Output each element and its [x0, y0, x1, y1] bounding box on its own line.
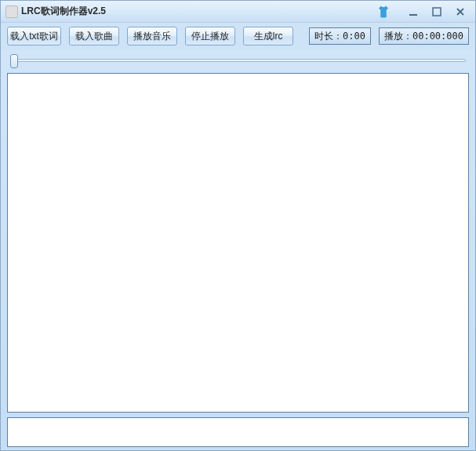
maximize-button[interactable]	[427, 5, 447, 19]
svg-rect-1	[433, 8, 441, 16]
duration-display: 时长：0:00	[309, 27, 371, 45]
content-area	[7, 73, 469, 447]
seek-slider[interactable]	[10, 53, 466, 67]
stop-button[interactable]: 停止播放	[185, 27, 235, 45]
minimize-button[interactable]	[403, 5, 423, 19]
titlebar[interactable]: LRC歌词制作器v2.5	[1, 1, 475, 23]
position-value: 00:00:000	[412, 31, 463, 42]
duration-label: 时长：	[314, 30, 343, 43]
generate-lrc-button[interactable]: 生成lrc	[243, 27, 293, 45]
app-window: LRC歌词制作器v2.5 载入txt歌词 载入歌曲 播放音乐 停止播放 生成lr…	[0, 0, 476, 451]
duration-value: 0:00	[343, 31, 365, 42]
close-button[interactable]	[450, 5, 471, 19]
svg-rect-0	[409, 14, 417, 16]
seek-thumb[interactable]	[10, 54, 18, 68]
lyrics-textarea[interactable]	[7, 73, 469, 413]
skin-icon[interactable]	[376, 5, 391, 19]
load-song-button[interactable]: 载入歌曲	[69, 27, 119, 45]
play-button[interactable]: 播放音乐	[127, 27, 177, 45]
position-label: 播放：	[384, 30, 412, 43]
status-textarea[interactable]	[7, 417, 469, 447]
app-icon	[5, 5, 18, 18]
load-txt-button[interactable]: 载入txt歌词	[7, 27, 61, 45]
window-title: LRC歌词制作器v2.5	[21, 5, 106, 18]
toolbar: 载入txt歌词 载入歌曲 播放音乐 停止播放 生成lrc 时长：0:00 播放：…	[1, 23, 475, 49]
position-display: 播放：00:00:000	[379, 27, 469, 45]
seek-track	[10, 59, 466, 62]
seek-area	[1, 49, 475, 68]
